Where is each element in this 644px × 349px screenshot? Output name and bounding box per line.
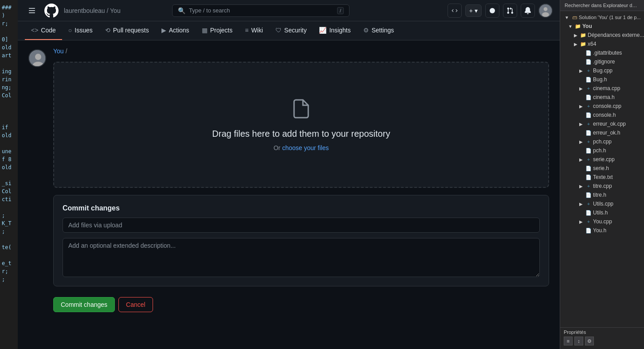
pull-requests-button[interactable]: [503, 4, 517, 18]
expand-icon: ▶: [578, 103, 584, 109]
tab-issues[interactable]: ○ Issues: [62, 21, 99, 40]
tab-issues-label: Issues: [75, 27, 92, 34]
code-line: 0]: [2, 36, 16, 44]
console-h-label: console.h: [593, 112, 642, 118]
vs-you-cpp-item[interactable]: ▶ + You.cpp: [560, 217, 644, 226]
code-line: [2, 235, 16, 243]
pr-icon: ⟲: [105, 27, 110, 34]
pch-h-label: pch.h: [593, 147, 642, 154]
vs-erreur-h-item[interactable]: 📄 erreur_ok.h: [560, 128, 644, 137]
expand-icon: ▶: [578, 139, 584, 145]
avatar-image: [539, 4, 552, 17]
tab-settings[interactable]: ⚙ Settings: [357, 21, 401, 40]
vs-console-h-item[interactable]: 📄 console.h: [560, 111, 644, 119]
vs-root-item[interactable]: ▼ 📁 You: [560, 22, 644, 31]
vs-titre-cpp-item[interactable]: ▶ + titre.cpp: [560, 182, 644, 190]
tab-insights-label: Insights: [329, 27, 350, 34]
code-line: ing: [2, 67, 16, 75]
console-h-icon: 📄: [585, 111, 592, 119]
settings-icon: ⚙: [363, 27, 369, 34]
code-line: old: [2, 131, 16, 139]
copilot-button[interactable]: [485, 4, 499, 18]
commit-changes-button[interactable]: Commit changes: [53, 297, 115, 312]
vs-pch-h-item[interactable]: 📄 pch.h: [560, 146, 644, 155]
gitattributes-label: .gitattributes: [593, 50, 642, 56]
code-line: old: [2, 44, 16, 52]
vs-props-list-icon[interactable]: ≡: [564, 337, 573, 345]
serie-cpp-icon: +: [585, 156, 592, 163]
spacer: [578, 112, 584, 118]
tab-actions[interactable]: ▶ Actions: [155, 21, 196, 40]
code-line: ;: [2, 227, 16, 235]
serie-h-icon: 📄: [585, 165, 592, 172]
console-cpp-label: console.cpp: [593, 103, 642, 109]
vs-x64-item[interactable]: ▶ 📁 x64: [560, 40, 644, 48]
navbar-username: laurentbouleau: [64, 7, 105, 14]
user-avatar[interactable]: [538, 4, 553, 18]
vs-props-label: Propriétés: [564, 329, 640, 335]
code-line: ;: [2, 211, 16, 219]
svg-point-3: [542, 12, 549, 17]
vs-you-h-item[interactable]: 📄 You.h: [560, 226, 644, 235]
tab-insights[interactable]: 📈 Insights: [313, 21, 357, 40]
code-line: ): [2, 12, 16, 20]
vs-titre-h-item[interactable]: 📄 titre.h: [560, 190, 644, 199]
terminal-button[interactable]: [448, 4, 462, 18]
commit-message-input[interactable]: [63, 218, 540, 233]
tab-pr-label: Pull requests: [113, 27, 149, 34]
vs-search-header: Rechercher dans Explorateur de s...: [560, 0, 644, 11]
search-box[interactable]: 🔍 Type / to search /: [172, 4, 349, 17]
create-new-button[interactable]: + ▾: [465, 4, 482, 17]
choose-files-link[interactable]: choose your files: [282, 144, 329, 151]
vs-props-sort-icon[interactable]: ↕: [574, 337, 583, 345]
vs-utils-h-item[interactable]: 📄 Utils.h: [560, 208, 644, 217]
notifications-button[interactable]: [521, 4, 535, 18]
vs-cinema-cpp-item[interactable]: ▶ + cinema.cpp: [560, 84, 644, 93]
vs-serie-cpp-item[interactable]: ▶ + serie.cpp: [560, 155, 644, 164]
vs-cinema-h-item[interactable]: 📄 cinema.h: [560, 93, 644, 102]
solution-label: Solution 'You' (1 sur 1 de p...: [579, 15, 642, 20]
vs-gitignore-item[interactable]: 📄 .gitignore: [560, 57, 644, 66]
github-main: laurentbouleau / You 🔍 Type / to search …: [18, 0, 560, 349]
commit-description-textarea[interactable]: [63, 238, 540, 277]
vs-serie-h-item[interactable]: 📄 serie.h: [560, 164, 644, 173]
tab-code[interactable]: <> Code: [25, 21, 62, 40]
code-icon: <>: [31, 27, 38, 34]
code-line: [2, 171, 16, 179]
tab-security[interactable]: 🛡 Security: [269, 21, 313, 40]
commit-buttons-row: Commit changes Cancel: [53, 293, 549, 312]
security-icon: 🛡: [275, 27, 282, 34]
search-kbd: /: [337, 7, 344, 14]
gitattributes-icon: 📄: [585, 49, 592, 56]
tab-wiki[interactable]: ≡ Wiki: [239, 21, 269, 40]
x64-label: x64: [588, 41, 642, 47]
vs-solution-item[interactable]: ▼ 🗃 Solution 'You' (1 sur 1 de p...: [560, 13, 644, 22]
gitignore-label: .gitignore: [593, 59, 642, 65]
hamburger-menu-button[interactable]: [25, 4, 39, 18]
cancel-button[interactable]: Cancel: [118, 297, 153, 312]
breadcrumb-repo-link[interactable]: You: [53, 48, 64, 55]
bug-cpp-label: Bug.cpp: [593, 67, 642, 74]
spacer: [578, 130, 584, 136]
vs-bug-h-item[interactable]: 📄 Bug.h: [560, 75, 644, 84]
copilot-icon: [489, 7, 496, 14]
vs-utils-cpp-item[interactable]: ▶ + Utils.cpp: [560, 199, 644, 208]
github-logo[interactable]: [44, 4, 59, 18]
navbar-actions: + ▾: [448, 4, 553, 18]
vs-deps-item[interactable]: ▶ 📁 Dépendances externe...: [560, 31, 644, 40]
vs-props-gear-icon[interactable]: ⚙: [585, 337, 594, 345]
vs-gitattributes-item[interactable]: 📄 .gitattributes: [560, 48, 644, 57]
titre-h-label: titre.h: [593, 192, 642, 198]
tab-pull-requests[interactable]: ⟲ Pull requests: [99, 21, 155, 40]
vs-erreur-cpp-item[interactable]: ▶ + erreur_ok.cpp: [560, 119, 644, 128]
expand-icon: ▶: [573, 32, 579, 38]
vs-console-cpp-item[interactable]: ▶ + console.cpp: [560, 102, 644, 111]
tab-projects[interactable]: ▦ Projects: [196, 21, 239, 40]
vs-texte-txt-item[interactable]: 📄 Texte.txt: [560, 173, 644, 182]
code-line: une: [2, 147, 16, 155]
file-icon: [291, 98, 312, 123]
vs-bug-cpp-item[interactable]: ▶ + Bug.cpp: [560, 66, 644, 75]
vs-pch-cpp-item[interactable]: ▶ + pch.cpp: [560, 137, 644, 146]
serie-h-label: serie.h: [593, 165, 642, 171]
file-drop-zone[interactable]: Drag files here to add them to your repo…: [53, 62, 549, 188]
